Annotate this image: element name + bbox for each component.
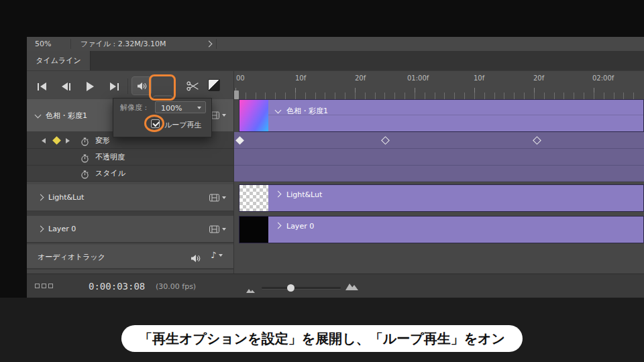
scissors-icon bbox=[186, 81, 199, 91]
layer-row-light-lut[interactable]: Light&Lut bbox=[27, 184, 233, 212]
divider bbox=[216, 39, 217, 49]
work-area-marker[interactable] bbox=[234, 90, 239, 99]
timeline-status-bar: 0:00:03:08 (30.00 fps) bbox=[27, 274, 644, 298]
instruction-caption: 「再生オプションを設定」を展開し、「ループ再生」をオン bbox=[121, 325, 523, 352]
expand-chevron-icon[interactable] bbox=[275, 223, 282, 229]
time-label: 10f bbox=[474, 74, 484, 82]
keyframe-diamond[interactable] bbox=[381, 136, 390, 145]
zoom-in-button[interactable] bbox=[345, 281, 359, 294]
document-info-bar: 50% ファイル : 2.32M/3.10M bbox=[27, 37, 644, 52]
timeline-panel: 50% ファイル : 2.32M/3.10M タイムライン bbox=[27, 37, 644, 298]
resolution-value: 100% bbox=[161, 105, 182, 112]
property-name: 変形 bbox=[95, 137, 110, 144]
speaker-icon bbox=[191, 254, 201, 263]
audio-mute-button[interactable] bbox=[191, 253, 201, 265]
layer-thumbnail bbox=[239, 185, 268, 211]
keyframe-toggle[interactable] bbox=[52, 136, 61, 145]
timeline-zoom-slider[interactable] bbox=[262, 287, 341, 289]
small-mountains-icon bbox=[246, 287, 256, 294]
split-at-playhead-button[interactable] bbox=[184, 78, 201, 94]
property-row-opacity[interactable]: 不透明度 bbox=[27, 149, 233, 166]
time-label: 01:00f bbox=[407, 74, 429, 82]
next-keyframe-button[interactable] bbox=[66, 138, 70, 143]
frames-view-button[interactable] bbox=[34, 274, 56, 298]
previous-keyframe-button[interactable] bbox=[42, 138, 46, 143]
highlight-gear-button bbox=[149, 74, 176, 101]
layer-row-layer0[interactable]: Layer 0 bbox=[27, 216, 233, 243]
audio-track-name: オーディオトラック bbox=[38, 253, 105, 261]
expand-chevron-icon[interactable] bbox=[38, 194, 44, 201]
chevron-right-icon[interactable] bbox=[206, 41, 213, 48]
property-row-style[interactable]: スタイル bbox=[27, 166, 233, 182]
clip-hue-saturation[interactable]: 色相・彩度1 bbox=[239, 99, 644, 132]
next-frame-icon bbox=[110, 82, 116, 90]
previous-frame-button[interactable] bbox=[56, 78, 75, 95]
resolution-label: 解像度 : bbox=[120, 104, 147, 111]
collapse-chevron-icon[interactable] bbox=[275, 107, 282, 114]
music-note-icon: ♪ bbox=[211, 251, 216, 259]
divider bbox=[127, 78, 128, 94]
clip-layer0[interactable]: Layer 0 bbox=[239, 216, 644, 243]
zoom-level[interactable]: 50% bbox=[35, 40, 51, 48]
property-name: スタイル bbox=[95, 170, 125, 177]
time-label: 02:00f bbox=[592, 74, 614, 82]
audio-track-row[interactable]: オーディオトラック ♪ bbox=[27, 245, 233, 269]
chevron-down-icon bbox=[197, 107, 201, 109]
expand-chevron-icon[interactable] bbox=[38, 226, 44, 233]
expand-chevron-icon[interactable] bbox=[275, 191, 282, 198]
property-name: 不透明度 bbox=[95, 154, 125, 161]
time-label: 20f bbox=[355, 74, 366, 82]
time-label: 10f bbox=[295, 74, 306, 82]
stopwatch-icon[interactable] bbox=[80, 136, 89, 149]
chevron-down-icon bbox=[219, 254, 223, 257]
screen: 50% ファイル : 2.32M/3.10M タイムライン bbox=[0, 0, 644, 362]
video-track-icon bbox=[209, 225, 219, 233]
zoom-out-button[interactable] bbox=[246, 284, 256, 296]
play-icon bbox=[87, 82, 94, 91]
frame-rate-label: (30.00 fps) bbox=[156, 283, 196, 290]
stopwatch-icon[interactable] bbox=[80, 169, 89, 182]
tab-strip: タイムライン bbox=[27, 51, 644, 71]
tab-label: タイムライン bbox=[36, 57, 81, 64]
time-ruler[interactable]: 00 10f 20f 01:00f 10f 20f 02:00f bbox=[233, 71, 644, 99]
keyframe-diamond[interactable] bbox=[533, 136, 541, 145]
next-frame-button[interactable] bbox=[105, 78, 123, 95]
file-size-info[interactable]: ファイル : 2.32M/3.10M bbox=[80, 40, 166, 48]
stopwatch-icon[interactable] bbox=[80, 153, 89, 166]
current-timecode[interactable]: 0:00:03:08 bbox=[89, 281, 145, 292]
video-track-icon bbox=[209, 194, 219, 202]
speaker-icon bbox=[137, 82, 147, 90]
first-frame-icon bbox=[38, 83, 39, 90]
track-row-style[interactable] bbox=[234, 166, 644, 182]
ruler-ticks-minor bbox=[235, 93, 642, 99]
layer-thumbnail bbox=[239, 100, 268, 131]
layer-thumbnail bbox=[239, 217, 268, 243]
track-row-opacity[interactable] bbox=[234, 149, 644, 166]
time-label: 00 bbox=[236, 74, 245, 82]
keyframe-diamond[interactable] bbox=[235, 136, 244, 145]
highlight-loop-checkbox bbox=[144, 115, 164, 132]
layer-name: Light&Lut bbox=[48, 194, 84, 201]
chevron-down-icon bbox=[222, 114, 226, 117]
resolution-select[interactable]: 100% bbox=[155, 101, 206, 113]
clip-label: Layer 0 bbox=[286, 223, 314, 230]
zoom-slider-handle[interactable] bbox=[287, 284, 294, 292]
track-row-transform[interactable] bbox=[234, 132, 644, 149]
render-options-button[interactable] bbox=[209, 225, 226, 233]
play-button[interactable] bbox=[80, 78, 99, 95]
previous-frame-icon bbox=[62, 82, 68, 90]
render-options-button[interactable] bbox=[209, 194, 226, 202]
transition-button[interactable] bbox=[208, 79, 220, 91]
audio-options-button[interactable]: ♪ bbox=[211, 251, 223, 259]
loop-playback-label[interactable]: ループ再生 bbox=[164, 121, 202, 129]
clip-light-lut[interactable]: Light&Lut bbox=[239, 184, 644, 212]
tab-timeline[interactable]: タイムライン bbox=[27, 51, 91, 70]
collapse-chevron-icon[interactable] bbox=[35, 112, 42, 119]
chevron-down-icon bbox=[222, 228, 226, 231]
large-mountains-icon bbox=[345, 282, 359, 291]
first-frame-button[interactable] bbox=[32, 78, 51, 95]
clip-label: Light&Lut bbox=[286, 191, 322, 198]
time-label: 20f bbox=[533, 74, 544, 82]
divider bbox=[70, 39, 71, 49]
desktop-background-top bbox=[0, 0, 644, 37]
